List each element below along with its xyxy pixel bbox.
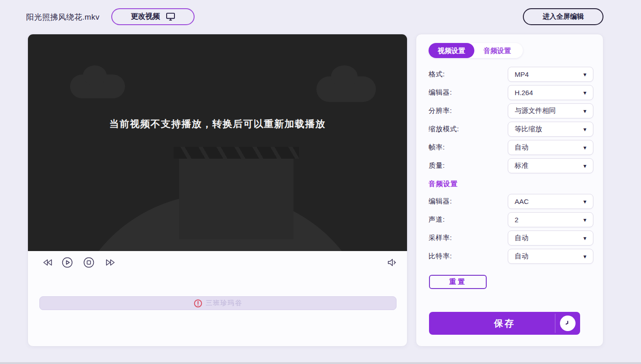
select-format[interactable]: MP4 ▼ [508,67,593,82]
house-roof-shape [174,147,299,159]
label-video-codec: 编辑器: [429,88,452,97]
select-quality-value: 标准 [515,161,582,170]
select-video-codec-value: H.264 [515,89,582,96]
notice-bar: 三班珍玛谷 [39,296,397,310]
save-button-divider [555,314,555,333]
settings-tabs: 视频设置 音频设置 [429,43,523,58]
settings-panel: 视频设置 音频设置 格式: MP4 ▼ 编辑器: H.264 ▼ 分辨率: 与源… [416,34,603,347]
chevron-down-icon: ▼ [582,108,587,114]
unsupported-playback-message: 当前视频不支持播放，转换后可以重新加载播放 [28,118,407,130]
chevron-down-icon: ▼ [582,72,587,77]
chevron-down-icon: ▼ [582,127,587,132]
label-framerate: 帧率: [429,143,445,152]
save-button[interactable]: 保存 [429,312,580,335]
select-framerate-value: 自动 [515,143,582,152]
select-format-value: MP4 [515,70,582,78]
video-preview-area[interactable]: 当前视频不支持播放，转换后可以重新加载播放 [28,34,407,251]
select-scale-mode-value: 等比缩放 [515,125,582,134]
save-label: 保存 [494,318,515,328]
clock-icon[interactable] [560,316,576,331]
label-sample-rate: 采样率: [429,234,452,242]
select-channels-value: 2 [515,216,582,224]
label-quality: 质量: [429,161,445,170]
label-format: 格式: [429,70,445,79]
select-resolution[interactable]: 与源文件相同 ▼ [508,103,593,118]
chevron-down-icon: ▼ [582,163,587,169]
watermark-text: 三班珍玛谷 [206,299,243,307]
select-video-codec[interactable]: H.264 ▼ [508,85,593,100]
audio-settings-section-title: 音频设置 [429,180,458,188]
change-video-label: 更改视频 [131,12,160,21]
reset-button[interactable]: 重置 [429,275,487,289]
select-bitrate[interactable]: 自动 ▼ [508,249,593,264]
cloud-right-shape-top [331,65,358,87]
select-scale-mode[interactable]: 等比缩放 ▼ [508,122,593,137]
label-bitrate: 比特率: [429,252,452,261]
skip-forward-icon[interactable] [104,257,116,268]
video-filename: 阳光照拂风绕花.mkv [26,12,99,22]
select-audio-codec-value: AAC [515,198,582,205]
chevron-down-icon: ▼ [582,145,587,150]
monitor-icon [166,12,175,21]
tab-audio-settings[interactable]: 音频设置 [474,43,520,58]
house-shape [179,152,293,239]
page-bottom-edge [0,362,641,364]
change-video-button[interactable]: 更改视频 [111,8,195,25]
select-framerate[interactable]: 自动 ▼ [508,140,593,155]
select-channels[interactable]: 2 ▼ [508,212,593,227]
label-resolution: 分辨率: [429,107,452,115]
label-audio-codec: 编辑器: [429,197,452,206]
play-icon[interactable] [61,257,73,268]
volume-icon[interactable] [386,257,398,268]
select-quality[interactable]: 标准 ▼ [508,158,593,173]
chevron-down-icon: ▼ [582,199,587,204]
select-sample-rate[interactable]: 自动 ▼ [508,230,593,246]
chevron-down-icon: ▼ [582,90,587,96]
chevron-down-icon: ▼ [582,254,587,259]
warning-icon [194,299,202,308]
chevron-down-icon: ▼ [582,236,587,241]
fullscreen-edit-label: 进入全屏编辑 [543,12,584,21]
select-bitrate-value: 自动 [515,252,582,261]
label-scale-mode: 缩放模式: [429,125,459,134]
select-audio-codec[interactable]: AAC ▼ [508,194,593,209]
enter-fullscreen-edit-button[interactable]: 进入全屏编辑 [523,8,603,25]
cloud-left-shape-top [83,65,107,86]
select-sample-rate-value: 自动 [515,234,582,242]
skip-back-icon[interactable] [42,257,54,268]
stop-icon[interactable] [83,257,95,268]
player-card: 当前视频不支持播放，转换后可以重新加载播放 三班珍玛谷 [27,34,407,347]
chevron-down-icon: ▼ [582,217,587,223]
label-channels: 声道: [429,215,445,224]
player-controls [28,257,407,275]
tab-video-settings[interactable]: 视频设置 [429,43,474,58]
select-resolution-value: 与源文件相同 [515,107,582,115]
